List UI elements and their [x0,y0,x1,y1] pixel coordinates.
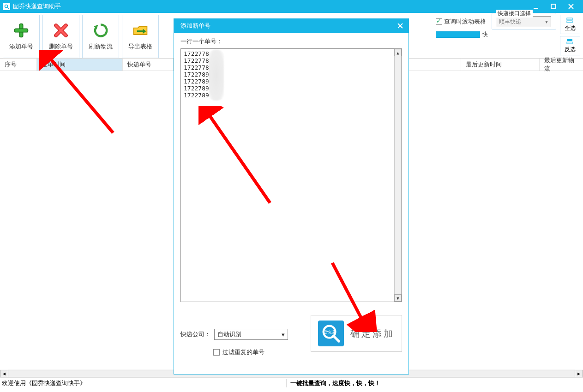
scroll-right-button[interactable]: ▸ [575,370,583,377]
invert-selection-label: 反选 [565,46,576,53]
courier-label: 快递公司： [180,330,210,339]
checkbox-icon [213,349,220,356]
svg-line-19 [333,336,339,341]
select-all-button[interactable]: 全选 [560,15,580,34]
close-button[interactable] [565,1,577,12]
filter-duplicate-label: 过滤重复的单号 [222,348,264,356]
col-seq[interactable]: 序号 [0,59,37,71]
svg-rect-7 [15,29,28,32]
scroll-on-query-checkbox[interactable]: 查询时滚动表格 [436,18,488,26]
svg-rect-13 [567,42,572,44]
chevron-down-icon: ▾ [282,331,285,338]
courier-select-value: 自动识别 [217,330,241,339]
scroll-track-v[interactable] [394,56,402,294]
statusbar: 欢迎使用《固乔快递查询快手》 一键批量查询，速度快，快，快！ [0,377,583,388]
dialog-hint: 一行一个单号： [180,37,402,46]
svg-rect-10 [567,18,572,20]
maximize-button[interactable] [548,1,559,12]
add-tracking-button[interactable]: 添加单号 [3,15,40,58]
export-label: 导出表格 [128,42,152,51]
svg-rect-12 [567,39,572,41]
status-left: 欢迎使用《固乔快递查询快手》 [0,379,286,387]
refresh-label: 刷新物流 [89,42,113,51]
col-query-time[interactable]: 查单时间 [37,59,123,71]
plus-icon [13,22,30,39]
courier-interface-legend: 快递接口选择 [496,10,533,18]
app-title: 固乔快递查询助手 [13,2,61,11]
dialog-close-button[interactable] [396,21,405,30]
invert-selection-button[interactable]: 反选 [560,36,580,55]
status-right: 一键批量查询，速度快，快，快！ [286,379,583,387]
svg-rect-11 [567,21,572,23]
blur-mask [209,50,224,101]
col-last-update[interactable]: 最后更新时间 [461,59,540,71]
speed-slider[interactable] [436,31,480,38]
scroll-on-query-label: 查询时滚动表格 [444,18,486,26]
select-all-label: 全选 [565,24,576,32]
courier-select[interactable]: 自动识别 ▾ [214,329,288,340]
speed-suffix-label: 快 [482,30,488,39]
confirm-add-label: 确定添加 [350,327,395,340]
filter-duplicate-checkbox[interactable]: 过滤重复的单号 [180,348,297,356]
export-button[interactable]: 导出表格 [122,15,159,58]
add-tracking-label: 添加单号 [9,42,33,51]
svg-rect-3 [551,4,556,9]
svg-line-1 [7,7,9,9]
tracking-textarea[interactable]: 1722778172277817227781722789172278917227… [180,48,402,302]
refresh-icon [92,22,109,39]
courier-interface-value: 顺丰快递 [499,18,521,26]
search-express-icon: 查快递 [318,321,344,346]
chevron-down-icon: ▾ [545,18,548,25]
svg-point-0 [5,5,8,8]
dialog-titlebar: 添加新单号 [174,19,409,33]
refresh-button[interactable]: 刷新物流 [82,15,119,58]
svg-text:查快递: 查快递 [323,330,336,334]
courier-interface-select[interactable]: 顺丰快递 ▾ [496,16,551,27]
x-icon [53,22,69,39]
confirm-add-button[interactable]: 查快递 确定添加 [311,315,402,352]
folder-arrow-icon [132,22,149,39]
delete-tracking-label: 删除单号 [49,42,73,51]
scroll-down-button[interactable]: ▾ [394,294,402,302]
scroll-left-button[interactable]: ◂ [0,370,8,377]
col-last-status[interactable]: 最后更新物流 [540,59,583,71]
select-all-icon [566,17,574,24]
scroll-up-button[interactable]: ▴ [394,49,402,56]
delete-tracking-button[interactable]: 删除单号 [42,15,79,58]
add-tracking-dialog: 添加新单号 一行一个单号： 17227781722778172277817227… [174,18,409,374]
app-icon [3,3,10,10]
window-controls [530,1,580,12]
textarea-scrollbar[interactable]: ▴ ▾ [394,49,402,302]
courier-interface-group: 快递接口选择 顺丰快递 ▾ [492,13,556,30]
checkbox-icon [436,18,442,25]
col-tracking[interactable]: 快递单号 [123,59,174,71]
invert-icon [566,38,574,45]
dialog-title: 添加新单号 [180,22,210,30]
